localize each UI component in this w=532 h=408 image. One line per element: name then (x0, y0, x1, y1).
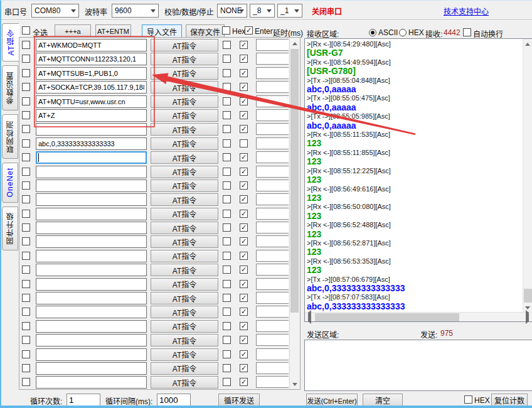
row-enter-checkbox[interactable] (240, 139, 248, 148)
row-enter-checkbox[interactable]: ✓ (240, 125, 248, 133)
at-send-button[interactable]: AT指令 (151, 264, 218, 276)
baud-select[interactable]: 9600 (112, 4, 159, 18)
row-delay-input[interactable] (256, 151, 289, 163)
reset-counter-button[interactable]: 复位计数 (491, 394, 528, 407)
at-send-button[interactable]: AT指令 (151, 193, 218, 206)
command-input[interactable] (36, 180, 147, 192)
row-hex-checkbox[interactable] (223, 181, 231, 190)
scroll-up-icon[interactable] (523, 39, 532, 48)
row-delay-input[interactable] (256, 193, 289, 205)
row-select-checkbox[interactable] (22, 125, 30, 133)
row-enter-checkbox[interactable]: ✓ (240, 266, 248, 274)
scrollbar-thumb[interactable] (524, 289, 532, 303)
row-delay-input[interactable] (256, 376, 289, 388)
row-select-checkbox[interactable] (22, 111, 30, 119)
row-delay-input[interactable] (256, 67, 289, 79)
row-enter-checkbox[interactable]: ✓ (240, 378, 248, 386)
import-file-button[interactable]: 导入文件 (142, 24, 182, 38)
row-hex-checkbox[interactable] (223, 195, 231, 203)
at-send-button[interactable]: AT指令 (151, 151, 218, 164)
row-select-checkbox[interactable] (22, 153, 30, 161)
command-input[interactable] (36, 208, 147, 220)
row-enter-checkbox[interactable]: ✓ (240, 69, 248, 77)
toolbar-hex-checkbox[interactable] (222, 26, 230, 35)
row-hex-checkbox[interactable] (223, 55, 231, 63)
command-input[interactable] (36, 109, 147, 122)
row-delay-input[interactable] (256, 306, 289, 318)
hex-radio[interactable] (399, 29, 407, 36)
receive-vscrollbar[interactable] (523, 39, 532, 312)
row-enter-checkbox[interactable]: ✓ (240, 210, 248, 218)
command-input[interactable] (36, 235, 147, 248)
row-enter-checkbox[interactable]: ✓ (240, 195, 248, 203)
at-send-button[interactable]: AT指令 (151, 180, 218, 192)
row-delay-input[interactable] (256, 348, 289, 360)
command-input[interactable] (36, 250, 147, 262)
row-select-checkbox[interactable] (22, 378, 30, 386)
row-hex-checkbox[interactable] (223, 350, 231, 358)
scroll-up-icon[interactable] (290, 38, 299, 48)
at-send-button[interactable]: AT指令 (151, 67, 218, 80)
row-delay-input[interactable] (256, 39, 289, 51)
row-delay-input[interactable] (256, 292, 289, 304)
row-hex-checkbox[interactable] (223, 69, 231, 77)
row-delay-input[interactable] (256, 250, 289, 262)
row-hex-checkbox[interactable] (223, 364, 231, 372)
row-enter-checkbox[interactable]: ✓ (240, 237, 248, 245)
row-enter-checkbox[interactable]: ✓ (240, 83, 248, 91)
row-select-checkbox[interactable] (22, 308, 30, 316)
row-select-checkbox[interactable] (22, 252, 30, 260)
at-send-button[interactable]: AT指令 (151, 362, 218, 375)
command-input[interactable] (36, 166, 147, 178)
select-all-checkbox[interactable] (22, 26, 30, 35)
at-send-button[interactable]: AT指令 (151, 81, 218, 94)
row-hex-checkbox[interactable] (223, 237, 231, 245)
row-delay-input[interactable] (256, 264, 289, 276)
row-delay-input[interactable] (256, 222, 289, 234)
row-delay-input[interactable] (256, 123, 289, 135)
row-hex-checkbox[interactable] (223, 111, 231, 119)
row-delay-input[interactable] (256, 53, 289, 65)
at-send-button[interactable]: AT指令 (151, 292, 218, 304)
autowrap-checkbox[interactable] (463, 28, 471, 36)
row-hex-checkbox[interactable] (223, 266, 231, 274)
command-input[interactable] (36, 334, 147, 346)
command-input[interactable] (36, 306, 147, 318)
at-send-button[interactable]: AT指令 (151, 235, 218, 248)
ascii-radio[interactable] (369, 29, 376, 36)
row-enter-checkbox[interactable]: ✓ (240, 97, 248, 105)
sidebar-tab-2[interactable]: 参数设置 (2, 65, 18, 110)
row-hex-checkbox[interactable] (223, 252, 231, 260)
row-delay-input[interactable] (256, 95, 289, 107)
command-input[interactable] (36, 362, 147, 375)
row-enter-checkbox[interactable]: ✓ (240, 308, 248, 316)
receive-hscrollbar[interactable] (305, 312, 532, 321)
at-send-button[interactable]: AT指令 (151, 123, 218, 136)
at-send-button[interactable]: AT指令 (151, 222, 218, 234)
send-button[interactable]: 发送(Ctrl+Enter) (306, 394, 358, 407)
row-hex-checkbox[interactable] (223, 223, 231, 232)
row-delay-input[interactable] (256, 166, 289, 178)
row-hex-checkbox[interactable] (223, 308, 231, 316)
row-delay-input[interactable] (256, 81, 289, 93)
loop-interval-input[interactable] (157, 394, 191, 406)
row-select-checkbox[interactable] (22, 237, 30, 245)
row-enter-checkbox[interactable]: ✓ (240, 223, 248, 232)
sidebar-tab-5[interactable]: 固件升级 (2, 207, 18, 250)
row-hex-checkbox[interactable] (223, 41, 231, 49)
row-hex-checkbox[interactable] (223, 294, 231, 302)
command-input[interactable] (36, 53, 147, 65)
support-center-link[interactable]: 技术支持中心 (444, 6, 489, 16)
loop-count-input[interactable] (66, 394, 100, 406)
command-input[interactable] (36, 278, 147, 291)
stopbits-select[interactable]: _1 (277, 4, 302, 18)
scrollbar-thumb[interactable] (315, 313, 459, 321)
row-hex-checkbox[interactable] (223, 97, 231, 105)
scroll-left-icon[interactable] (305, 313, 314, 322)
row-select-checkbox[interactable] (22, 168, 30, 176)
command-input[interactable] (36, 39, 147, 51)
row-select-checkbox[interactable] (22, 55, 30, 63)
row-enter-checkbox[interactable]: ✓ (240, 252, 248, 260)
row-select-checkbox[interactable] (22, 41, 30, 49)
at-send-button[interactable]: AT指令 (151, 348, 218, 361)
